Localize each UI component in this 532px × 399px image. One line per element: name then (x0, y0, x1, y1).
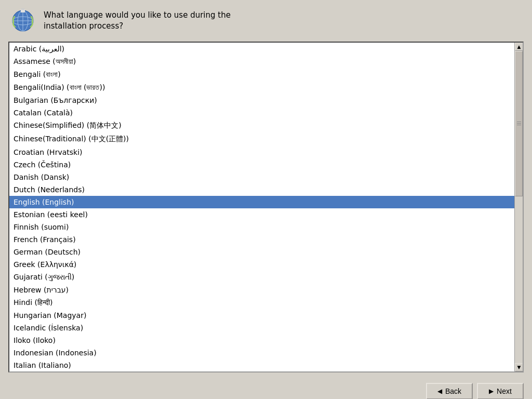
scroll-down-button[interactable]: ▼ (515, 363, 523, 371)
next-label: Next (497, 387, 512, 395)
scrollbar-grip (517, 119, 521, 127)
language-list-item[interactable]: Italian (Italiano) (9, 359, 514, 371)
back-button[interactable]: ◀ Back (426, 383, 473, 399)
globe-icon (10, 8, 35, 33)
language-list-item[interactable]: Dutch (Nederlands) (9, 183, 514, 196)
language-list-item[interactable]: Bulgarian (Български) (9, 94, 514, 107)
language-list-item[interactable]: German (Deutsch) (9, 246, 514, 258)
language-list-item[interactable]: English (English) (9, 196, 514, 208)
language-list-item[interactable]: Catalan (Català) (9, 107, 514, 119)
language-list-item[interactable]: Finnish (suomi) (9, 221, 514, 233)
language-list-item[interactable]: Bengali(India) (বাংলা (ভারত)) (9, 81, 514, 94)
language-list-item[interactable]: Chinese(Simplified) (简体中文) (9, 119, 514, 132)
language-list-item[interactable]: Chinese(Traditional) (中文(正體)) (9, 132, 514, 146)
footer: ◀ Back ▶ Next (0, 378, 532, 399)
next-button[interactable]: ▶ Next (477, 383, 524, 399)
language-list-item[interactable]: Assamese (অসমীয়া) (9, 55, 514, 68)
language-list-item[interactable]: Czech (Čeština) (9, 158, 514, 171)
language-list-item[interactable]: Hindi (हिन्दी) (9, 296, 514, 309)
svg-rect-6 (21, 8, 24, 10)
language-list-item[interactable]: Estonian (eesti keel) (9, 208, 514, 221)
language-list-item[interactable]: French (Français) (9, 233, 514, 246)
language-list-item[interactable]: Icelandic (Íslenska) (9, 322, 514, 334)
main-content: Arabic (العربية)Assamese (অসমীয়া)Bengal… (0, 42, 532, 378)
back-arrow-icon: ◀ (437, 388, 442, 395)
next-arrow-icon: ▶ (489, 388, 494, 395)
language-list-item[interactable]: Iloko (Iloko) (9, 334, 514, 347)
header-question: What language would you like to use duri… (44, 10, 231, 32)
language-list-container: Arabic (العربية)Assamese (অসমীয়া)Bengal… (8, 42, 524, 373)
language-list-item[interactable]: Hungarian (Magyar) (9, 309, 514, 322)
scroll-up-button[interactable]: ▲ (515, 43, 523, 51)
language-list-item[interactable]: Arabic (العربية) (9, 43, 514, 55)
scrollbar-thumb[interactable] (515, 51, 523, 196)
language-list-item[interactable]: Indonesian (Indonesia) (9, 347, 514, 359)
scrollbar[interactable]: ▲ ▼ (514, 43, 523, 371)
header: What language would you like to use duri… (0, 0, 532, 42)
language-list-item[interactable]: Hebrew (עברית) (9, 284, 514, 296)
language-list-item[interactable]: Danish (Dansk) (9, 171, 514, 183)
scrollbar-track-area[interactable] (515, 51, 523, 363)
language-list[interactable]: Arabic (العربية)Assamese (অসমীয়া)Bengal… (9, 43, 514, 371)
back-label: Back (445, 387, 461, 395)
language-list-item[interactable]: Greek (Ελληνικά) (9, 258, 514, 271)
language-list-item[interactable]: Bengali (বাংলা) (9, 68, 514, 81)
language-list-item[interactable]: Gujarati (ગુજરાતી) (9, 271, 514, 284)
language-list-item[interactable]: Croatian (Hrvatski) (9, 146, 514, 158)
